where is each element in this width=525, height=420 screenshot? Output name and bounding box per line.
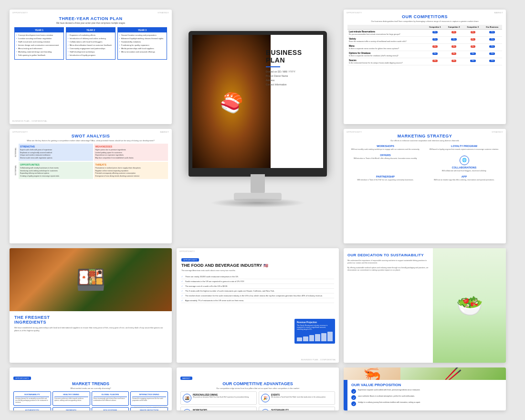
slide11-content: OUR VALUE PROPOSITION ✓ Experience exqui… [344,380,506,410]
axis-external: EXTERNAL [13,165,18,175]
monitor-screen: 🍣 BUSINESS PLAN Drafted on DD / MM / YYY… [189,31,327,174]
slide8-content: OUR DEDICATION TO SUSTAINABILITY We unde… [344,248,433,363]
slide11-img-right: 🥢 [400,368,506,380]
slide11-images: 🦐 🥢 [344,368,506,380]
list-item: There are nearly 20,000 sushi restaurant… [181,274,334,279]
sushi-visual: 🍣 [192,35,271,170]
slide6-content: THE FRESHEST INGREDIENTS We have establi… [10,311,172,363]
trend-healthy: HEALTHY DINING Consumer preference shift… [52,391,90,406]
slide4-corner-tr: STRATEGY [492,131,503,133]
slide10-title: OUR COMPETITIVE ADVANTAGES [180,381,335,386]
slide4-title: MARKETING STRATEGY [347,134,502,138]
slide8-text1: We understand the importance of responsi… [347,260,429,265]
slide11-title: OUR VALUE PROPOSITION [351,383,502,387]
slide1-corner-bl: BUSINESS PLAN - CONFIDENTIAL [12,120,47,122]
personalized-icon: 🍱 [183,394,191,402]
trend-global: GLOBAL FLAVORS Diners increasingly seek … [92,391,129,406]
slide8-text2: By offering sustainable seafood options … [347,267,429,272]
adv-sustainability: ♻️ SUSTAINABILITY Pledge / championing o… [259,407,335,410]
slide1-corner-tr: STRATEGY [158,11,169,14]
table-row: Options for OmakaseIs there a separate s… [347,51,502,58]
axis-internal: INTERNAL [13,147,18,157]
table-row: VarietyDoes the restaurant offer a varie… [347,37,502,44]
slide-market-trends: OPPORTUNITY MARKET TRENDS What market tr… [10,368,172,410]
col-comp1: Competitor 1 [426,25,445,30]
slide3-corner-tr: MARKET [160,131,169,133]
trend-authenticity: AUTHENTICITY Customers value sushi quali… [13,407,51,410]
slide1-year2: YEAR 2 Expansion of marketing efforts In… [66,27,116,60]
checkmark-icon-3: ✓ [351,401,356,406]
slide6-title: THE FRESHEST INGREDIENTS [14,315,167,325]
swot-strengths: STRENGTHS Expert sushi chefs with years … [19,144,93,161]
screen-text: BUSINESS PLAN Drafted on DD / MM / YYYY … [266,49,321,87]
year3-header: YEAR 3 [118,28,167,32]
list-item: Sushi restaurants in the US are expected… [181,279,334,284]
slide-business-plan-monitor: 🍣 BUSINESS PLAN Drafted on DD / MM / YYY… [177,10,339,243]
stats-list: There are nearly 20,000 sushi restaurant… [181,274,334,303]
revenue-box: Revenue Projection The Sushi Restaurant … [294,319,335,344]
year1-header: YEAR 1 [15,28,63,32]
list-item: Approximately 7% of restaurants in the U… [181,298,334,303]
screen-info: Drafted on DD / MM / YYYY Project Owner … [266,70,321,87]
year3-list: Second location scouting and preparation… [119,34,165,53]
slide-competitive-advantages: MARKET OUR COMPETITIVE ADVANTAGES Our co… [177,368,339,410]
bar [321,333,326,341]
trend-pos: POS SYSTEMS Modern POS solutions for eff… [92,407,129,410]
rolls-visual: 🥗 [433,248,506,363]
adv-workshops: 🍴 WORKSHOPS Hosting / selling customers … [180,407,257,410]
events-icon: 🎉 [261,394,270,402]
slide4-subtitle: Our efforts to enhance customer acquisit… [347,139,502,142]
slide1-subtitle: We have devised a three-year action plan… [14,22,167,24]
slide9-corner-br: BUSINESS PLAN - CONFIDENTIAL [134,406,169,409]
slide9-tag: OPPORTUNITY [13,377,31,380]
slide1-corner-tl: OPPORTUNITY [12,11,28,14]
slide2-corner-tl: OPPORTUNITY [346,11,362,14]
slide4-corner-tl: OPPORTUNITY [346,131,362,133]
swot-weaknesses: WEAKNESSES Higher prices due to premium … [94,144,168,161]
slide10-tag: MARKET [180,377,192,380]
mkt-partnership: PARTNERSHIP Will introduce a 'Taste of t… [347,175,423,181]
slide-competitors: OPPORTUNITY MARKET OUR COMPETITORS Our b… [344,10,506,124]
col-comp3: Competitor 3 [463,25,483,30]
slide10-subtitle: Our competitive edge stems from four pil… [180,387,335,389]
adv-events: 🎉 EVENTS We introduce a 'Sushi Sushi Che… [259,391,335,405]
mkt-offers: OFFERS Will introduce a 'Taste of the Mo… [347,154,423,172]
value-item-2: ✓ savor authentic flavors in a vibrant a… [351,395,502,400]
sushi-roll-image: 🍱 [10,248,172,311]
sustainability-icon: ♻️ [261,409,270,410]
screen-divider [266,66,280,67]
slide11-img-left: 🦐 [344,368,400,380]
year2-list: Expansion of marketing efforts Introduct… [68,34,114,56]
competitors-table: Competitor 1 Competitor 2 Competitor 3 O… [347,25,502,65]
slide11-text: OUR VALUE PROPOSITION ✓ Experience exqui… [347,380,506,410]
slide9-title: MARKET TRENDS [13,381,168,386]
advantages-grid: 🍱 PERSONALIZED DINING We provide an inte… [180,391,335,410]
bar [327,332,333,341]
mkt-app: APP Will host an intuitive app that offe… [426,175,502,181]
bar [303,336,308,341]
slide-marketing: OPPORTUNITY STRATEGY MARKETING STRATEGY … [344,129,506,243]
trend-sustainability: SUSTAINABILITY Growing demand for sustai… [13,391,51,406]
blue-accent-bar [344,380,347,410]
slide7-tag: OPPORTUNITY [181,258,199,262]
slide9-subtitle: What market trends are we currently obse… [13,387,168,389]
bar [309,335,315,341]
slide7-title: THE FOOD AND BEVERAGE INDUSTRY 🇺🇸 [181,263,334,268]
slide3-corner-tl: OPPORTUNITY [12,131,28,133]
slide-action-plan: OPPORTUNITY STRATEGY THREE-YEAR ACTION P… [10,10,172,124]
slide1-year1: YEAR 1 Concept development and menu crea… [14,27,64,60]
slide-swot: OPPORTUNITY MARKET SWOT ANALYSIS What ar… [10,129,172,243]
value-item-3: ✓ Indulge in a culinary journey that com… [351,401,502,406]
swot-threats: THREATS Fluctuations in seafood prices d… [94,162,168,179]
table-row: SaucesIs the restaurant known for its un… [347,58,502,65]
screen-business-text: BUSINESS [266,49,321,56]
slide1-header: THREE-YEAR ACTION PLAN We have devised a… [14,16,167,24]
mkt-collabs: 🌐 COLLABORATIONS Will collaborate with l… [426,154,502,172]
marketing-grid: WORKSHOPS Will host monthly sushi making… [347,145,502,181]
adv-personalized: 🍱 PERSONALIZED DINING We provide an inte… [180,391,257,405]
trend-payments: PAYMENTS Diners seek digital and mobile … [52,407,90,410]
swot-grid: STRENGTHS Expert sushi chefs with years … [19,144,168,179]
slide1-years: YEAR 1 Concept development and menu crea… [14,27,167,60]
monitor-shadow [210,198,305,208]
trend-interactive: INTERACTIVE DINING Demand for engaging e… [130,391,168,406]
